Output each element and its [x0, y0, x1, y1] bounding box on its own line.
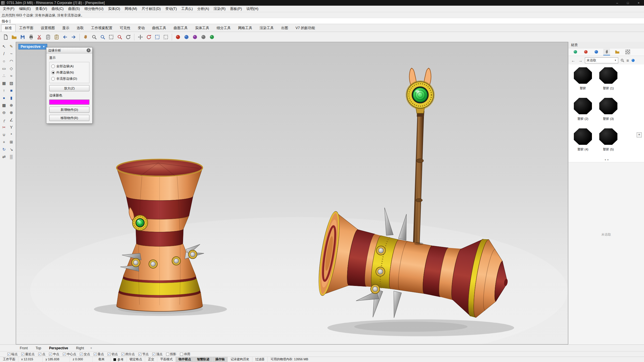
osnap-toggle[interactable]: 交点 [80, 352, 90, 356]
zoom-button[interactable]: 放大(Z) [49, 85, 89, 91]
cut-button[interactable] [36, 33, 44, 41]
ribbon-tab[interactable]: 选取 [73, 24, 87, 32]
search-icon[interactable] [620, 58, 624, 63]
viewport-tab-right[interactable]: Right [72, 346, 88, 350]
viewport-title-tab[interactable]: Perspective ▼ [18, 44, 47, 49]
library-tab[interactable] [572, 49, 579, 55]
paste-button[interactable] [53, 33, 61, 41]
curve-tools-button[interactable]: ≈ [8, 72, 15, 79]
folders-tab[interactable] [614, 49, 621, 55]
split-button[interactable]: Y [8, 124, 15, 131]
material-swatch[interactable]: 塑胶 [570, 66, 596, 97]
ribbon-tab[interactable]: 网格工具 [235, 24, 256, 32]
freeform-curve-button[interactable]: ~ [8, 50, 15, 57]
ribbon-tab[interactable]: 曲面工具 [170, 24, 192, 32]
viewport-tab-top[interactable]: Top [32, 346, 45, 350]
move-button[interactable] [136, 33, 144, 41]
radio-option[interactable]: 外露边缘(N) [51, 70, 87, 75]
loft-surface-button[interactable]: ▧ [8, 80, 15, 87]
osnap-toggle[interactable]: 四分点 [121, 352, 135, 356]
status-toggle[interactable]: 正交 [145, 357, 157, 362]
scale-tool-button[interactable]: ↘ [8, 146, 15, 153]
menu-item[interactable]: 曲面(S) [66, 6, 82, 12]
osnap-toggle[interactable]: 投影 [166, 352, 176, 356]
pommel-ornament[interactable] [406, 68, 434, 113]
ribbon-tab[interactable]: 可见性 [116, 24, 134, 32]
rotate-tool-button[interactable]: ↻ [1, 146, 7, 153]
join-button[interactable]: ∪ [1, 131, 7, 138]
viewport-tab-perspective[interactable]: Perspective [45, 346, 72, 350]
menu-item[interactable]: 编辑(E) [17, 6, 33, 12]
add-objects-button[interactable]: 新增物件(D) [49, 107, 89, 113]
mirror-object-button[interactable] [162, 33, 170, 41]
move-object-button[interactable]: + [1, 139, 7, 145]
redo-button[interactable] [70, 33, 78, 41]
minimize-button[interactable]: – [612, 0, 622, 6]
solid-box-button[interactable]: ■ [8, 87, 15, 94]
osnap-toggle[interactable]: 端点 [7, 352, 18, 356]
ribbon-tab[interactable]: 工作视窗配置 [87, 24, 116, 32]
material-swatch[interactable]: 塑胶 (2) [570, 97, 596, 127]
units-label[interactable]: 毫米 [93, 357, 111, 362]
status-toggle[interactable]: 操作轴 [212, 357, 228, 362]
copy-button[interactable] [44, 33, 52, 41]
radio-option[interactable]: 全部边缘(A) [51, 64, 87, 68]
zoom-dynamic-button[interactable] [90, 33, 98, 41]
polygon-button[interactable]: ◇ [8, 65, 15, 72]
menu-item[interactable]: 尺寸标注(D) [139, 6, 163, 12]
material-swatch[interactable]: 塑胶 (1) [596, 66, 621, 97]
menu-item[interactable]: 文件(F) [1, 6, 17, 12]
pan-view-button[interactable] [82, 33, 90, 41]
points-button[interactable]: ∴ [1, 72, 7, 79]
menu-item[interactable]: 细分物件(U) [82, 6, 106, 12]
ribbon-tab[interactable]: 曲线工具 [149, 24, 170, 32]
dialog-title-bar[interactable]: 边缘分析 × [46, 48, 92, 53]
close-button[interactable]: × [633, 0, 644, 6]
ribbon-tab[interactable]: 细分工具 [213, 24, 235, 32]
material-editor-button[interactable] [191, 33, 199, 41]
new-file-button[interactable] [2, 33, 10, 41]
zoom-selected-button[interactable] [116, 33, 124, 41]
solid-cylinder-button[interactable]: ▮ [8, 94, 15, 101]
explode-button[interactable]: * [8, 131, 15, 138]
osnap-toggle[interactable]: 最近点 [21, 352, 35, 356]
osnap-toggle[interactable]: 停用 [180, 352, 190, 356]
osnap-toggle[interactable]: 中心点 [63, 352, 76, 356]
mirror-tool-button[interactable]: ⇄ [1, 153, 7, 160]
ribbon-tab[interactable]: 设置视图 [37, 24, 59, 32]
material-swatch[interactable]: 塑胶 (3) [596, 97, 621, 127]
command-input[interactable]: 指令: [0, 18, 644, 24]
menu-icon[interactable]: ≡ [626, 58, 629, 63]
status-toggle[interactable]: 锁定格点 [127, 357, 145, 362]
ribbon-tab[interactable]: 工作平面 [16, 24, 37, 32]
rotate-object-button[interactable] [145, 33, 153, 41]
material-swatch[interactable]: 塑胶 (5) [596, 127, 621, 158]
zoom-window-button[interactable] [99, 33, 107, 41]
textures-tab[interactable] [593, 49, 600, 55]
ribbon-tab[interactable]: 出图 [278, 24, 292, 32]
render-button[interactable] [174, 33, 182, 41]
ribbon-tab[interactable]: 显示 [59, 24, 73, 32]
boolean-difference-button[interactable]: ⊖ [1, 109, 7, 116]
back-arrow-icon[interactable]: ← [571, 58, 576, 63]
line-button[interactable]: / [1, 50, 7, 57]
osnap-toggle[interactable]: 节点 [138, 352, 149, 356]
menu-item[interactable]: 面板(P) [228, 6, 244, 12]
chevron-down-icon[interactable]: ▼ [42, 45, 45, 48]
circle-button[interactable]: ○ [1, 58, 7, 64]
collapse-chevron-icon[interactable]: ▼▼ [570, 158, 643, 161]
new-viewport-icon[interactable]: + [88, 346, 95, 350]
osnap-toggle[interactable]: 垂点 [94, 352, 104, 356]
render-content-tab[interactable] [582, 49, 589, 55]
ribbon-tab[interactable]: V7 的新功能 [292, 24, 319, 32]
menu-item[interactable]: 说明(H) [244, 6, 261, 12]
menu-item[interactable]: 渲染(R) [211, 6, 228, 12]
layer-indicator[interactable]: 参考 [111, 357, 127, 362]
ribbon-tab[interactable]: 标准 [1, 24, 16, 32]
material-select-dropdown[interactable]: 未选取 ▼ [585, 57, 618, 63]
forward-arrow-icon[interactable]: → [578, 58, 583, 63]
menu-item[interactable]: 实体(O) [106, 6, 123, 12]
remove-objects-button[interactable]: 移除物件(R) [49, 115, 89, 121]
ribbon-tab[interactable]: 渲染工具 [256, 24, 278, 32]
osnap-toggle[interactable]: 切点 [108, 352, 118, 356]
